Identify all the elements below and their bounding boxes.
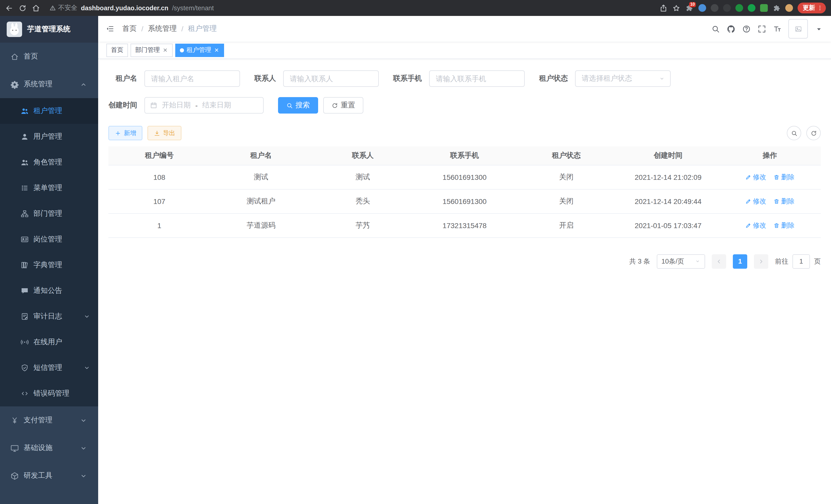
- breadcrumb-home[interactable]: 首页: [122, 24, 137, 33]
- sidebar-item-dict[interactable]: 字典管理: [0, 252, 98, 278]
- sidebar-item-devtools[interactable]: 研发工具: [0, 462, 98, 490]
- filter-actions: 搜索 重置: [278, 97, 363, 114]
- sidebar-item-home[interactable]: 首页: [0, 42, 98, 70]
- refresh-table-button[interactable]: [806, 126, 821, 140]
- fullscreen-icon[interactable]: [757, 24, 766, 33]
- search-button[interactable]: 搜索: [278, 97, 318, 114]
- list-icon: [21, 184, 29, 192]
- extension-green-icon-2[interactable]: [748, 4, 755, 12]
- user-avatar[interactable]: [789, 19, 808, 38]
- delete-link[interactable]: 删除: [773, 221, 795, 230]
- edit-link[interactable]: 修改: [745, 172, 766, 182]
- browser-update-button[interactable]: 更新: [798, 3, 826, 13]
- github-icon[interactable]: [727, 24, 736, 33]
- sidebar-item-infra[interactable]: 基础设施: [0, 434, 98, 462]
- toggle-search-button[interactable]: [787, 126, 801, 140]
- refresh-icon: [332, 102, 338, 109]
- tenant-name-input[interactable]: [151, 75, 233, 83]
- sidebar-item-menu[interactable]: 菜单管理: [0, 175, 98, 201]
- id-card-icon: [21, 235, 29, 243]
- security-label: 不安全: [58, 4, 77, 12]
- delete-link[interactable]: 删除: [773, 172, 795, 182]
- bookmark-star-icon[interactable]: [672, 4, 681, 12]
- sidebar-item-post[interactable]: 岗位管理: [0, 227, 98, 252]
- browser-reload-icon[interactable]: [19, 4, 27, 12]
- breadcrumb: 首页 / 系统管理 / 租户管理: [122, 24, 217, 33]
- prev-page-button[interactable]: [712, 254, 726, 268]
- edit-link[interactable]: 修改: [745, 197, 766, 206]
- sidebar-item-system[interactable]: 系统管理: [0, 70, 98, 98]
- sidebar-item-dept[interactable]: 部门管理: [0, 201, 98, 227]
- sidebar-item-online-user[interactable]: 在线用户: [0, 329, 98, 355]
- sidebar-item-sms[interactable]: 短信管理: [0, 355, 98, 381]
- user-menu-caret-icon[interactable]: [814, 24, 823, 33]
- sidebar-item-notice[interactable]: 通知公告: [0, 278, 98, 304]
- share-icon[interactable]: [659, 4, 667, 12]
- reset-button[interactable]: 重置: [323, 97, 363, 114]
- font-size-icon[interactable]: [773, 24, 782, 33]
- search-icon: [286, 102, 293, 109]
- edit-link[interactable]: 修改: [745, 221, 766, 230]
- browser-back-icon[interactable]: [5, 4, 13, 12]
- page-size-value: 10条/页: [661, 257, 684, 266]
- browser-toolbar: 不安全 dashboard.yudao.iocoder.cn/system/te…: [0, 0, 831, 16]
- delete-link[interactable]: 删除: [773, 197, 795, 206]
- status-select[interactable]: 请选择租户状态: [575, 70, 671, 87]
- add-button[interactable]: 新增: [109, 126, 142, 140]
- profile-avatar-icon[interactable]: [785, 4, 793, 12]
- export-button[interactable]: 导出: [147, 126, 181, 140]
- column-header: 联系人: [312, 146, 414, 165]
- extension-dark-icon-2[interactable]: [723, 4, 731, 12]
- broken-image-icon: [794, 25, 802, 33]
- breadcrumb-separator: /: [181, 25, 183, 33]
- extension-dark-icon-1[interactable]: [711, 4, 718, 12]
- logo-avatar: [7, 22, 22, 37]
- browser-home-icon[interactable]: [32, 4, 40, 12]
- close-icon[interactable]: [214, 47, 220, 53]
- next-page-button[interactable]: [754, 254, 768, 268]
- kebab-menu-icon[interactable]: [816, 5, 823, 11]
- phone-input[interactable]: [436, 75, 518, 83]
- goto-page-input[interactable]: [793, 254, 810, 268]
- tab-dept[interactable]: 部门管理: [131, 43, 173, 57]
- breadcrumb-system[interactable]: 系统管理: [148, 24, 177, 33]
- extension-blue-icon[interactable]: [698, 4, 706, 12]
- close-icon[interactable]: [163, 47, 168, 53]
- user-icon: [21, 132, 29, 141]
- contact-input[interactable]: [290, 75, 372, 83]
- create-time-range-picker[interactable]: 开始日期 - 结束日期: [144, 97, 264, 114]
- page-number-1[interactable]: 1: [733, 254, 747, 268]
- tab-tenant[interactable]: 租户管理: [175, 43, 224, 57]
- sidebar-item-payment[interactable]: 支付管理: [0, 406, 98, 434]
- security-chip[interactable]: 不安全: [49, 4, 77, 12]
- tab-home[interactable]: 首页: [106, 43, 128, 57]
- reset-button-label: 重置: [341, 101, 355, 110]
- pagination: 共 3 条 10条/页 1 前往 页: [109, 254, 821, 268]
- sidebar-item-user[interactable]: 用户管理: [0, 124, 98, 149]
- sidebar-item-audit-log[interactable]: 审计日志: [0, 304, 98, 329]
- sidebar-item-label: 首页: [24, 52, 38, 61]
- help-icon[interactable]: [742, 24, 751, 33]
- trash-icon: [773, 174, 780, 180]
- extension-green-icon-1[interactable]: [736, 4, 743, 12]
- edit-icon: [745, 174, 751, 180]
- sidebar-item-tenant[interactable]: 租户管理: [0, 98, 98, 124]
- document-icon: [21, 313, 29, 321]
- sidebar-item-error-code[interactable]: 错误码管理: [0, 381, 98, 406]
- extension-badged-icon[interactable]: 10: [685, 4, 694, 12]
- cell-contact: 芋艿: [312, 213, 414, 237]
- sidebar-logo[interactable]: 芋道管理系统: [0, 16, 98, 42]
- sidebar-item-role[interactable]: 角色管理: [0, 149, 98, 175]
- column-header: 联系手机: [414, 146, 515, 165]
- address-bar[interactable]: 不安全 dashboard.yudao.iocoder.cn/system/te…: [49, 4, 214, 12]
- cell-contact: 测试: [312, 165, 414, 189]
- extensions-puzzle-icon[interactable]: [772, 4, 781, 12]
- sidebar-item-label: 在线用户: [33, 337, 62, 347]
- pagination-goto: 前往 页: [775, 254, 821, 268]
- sidebar-collapse-icon[interactable]: [106, 25, 114, 33]
- cell-contact: 秃头: [312, 189, 414, 213]
- row-actions: 修改 删除: [722, 172, 818, 182]
- search-icon[interactable]: [711, 24, 720, 33]
- page-size-select[interactable]: 10条/页: [657, 254, 705, 268]
- extension-green-square-icon[interactable]: [760, 4, 768, 12]
